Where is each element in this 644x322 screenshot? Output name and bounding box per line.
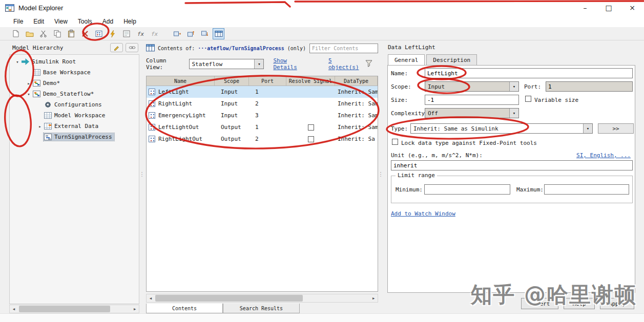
type-expand-button[interactable]: >> [598,123,634,134]
dialog-tab[interactable]: General [388,54,425,65]
scroll-left-icon[interactable]: ◀ [10,305,18,313]
tree-item[interactable]: Base Workspace [10,67,139,78]
scroll-left-icon[interactable]: ◀ [147,294,155,302]
paste-icon[interactable] [66,29,76,39]
copy-icon[interactable] [52,29,63,39]
row-name: EmergencyLight [158,112,206,119]
expand-icon[interactable]: ▾ [14,59,21,65]
unit-systems-link[interactable]: SI, English, ... [576,152,631,159]
size-field[interactable] [425,95,519,105]
maximum-field[interactable] [544,184,629,195]
tree-item[interactable]: ▸ Demo* [10,78,139,89]
cut-icon[interactable] [38,29,49,39]
function-call-icon[interactable]: fx [149,29,159,39]
table-row[interactable]: RightLight Input 2 Inherit: Sam [147,98,378,110]
contents-horizontal-scrollbar[interactable]: ◀ ▶ [146,294,378,303]
type-dropdown[interactable]: Inherit: Same as Simulink [410,123,593,134]
table-row[interactable]: LeftLight Input 1 Inherit: Sam [147,86,378,98]
data-object-icon [149,100,155,107]
tree-item[interactable]: Configurations [10,99,139,110]
column-view-dropdown[interactable]: Stateflow [189,59,264,69]
scope-dropdown[interactable]: Input [425,81,519,92]
data-dialog-panel: Data LeftLight GeneralDescription Name: … [383,42,636,313]
trace-selected-icon[interactable] [172,29,182,39]
scroll-right-icon[interactable]: ▶ [369,294,378,302]
show-details-link[interactable]: Show Details [273,57,313,71]
link-icon[interactable] [126,43,138,52]
column-view-icon[interactable] [213,29,224,39]
menu-item[interactable]: Edit [28,16,49,27]
lock-datatype-checkbox[interactable] [392,139,398,145]
panel-splitter[interactable]: ⋮ [140,42,143,307]
variable-size-checkbox[interactable] [525,96,531,102]
trace-down-icon[interactable] [199,29,210,39]
app-icon [5,4,14,12]
row-datatype: Inherit: Sam [335,89,378,95]
expand-icon[interactable]: ▸ [36,124,44,129]
column-header-port[interactable]: Port [249,76,286,85]
add-data-icon[interactable] [93,29,104,39]
resolve-signal-checkbox[interactable] [308,124,314,131]
name-field[interactable] [425,68,633,78]
panel-splitter[interactable]: ⋮ [379,42,382,307]
minimum-field[interactable] [424,184,510,195]
column-header-resolve-signal[interactable]: Resolve Signal [286,76,335,85]
menu-item[interactable]: File [8,16,28,27]
unit-field[interactable] [391,160,633,170]
edit-icon[interactable] [110,43,123,52]
tree-item[interactable]: ▾ Demo_Stateflow* [10,89,139,99]
data-object-icon [149,112,155,119]
model-hierarchy-tree: ▾ Simulink Root Base Workspace ▸ [9,54,139,304]
type-label: Type: [391,125,408,132]
resolve-signal-checkbox[interactable] [308,136,314,142]
table-row[interactable]: RightLightOut Output 2 Inherit: Sa [147,133,378,145]
filter-contents-input[interactable] [309,44,378,53]
svg-text:fx: fx [151,31,158,37]
hierarchy-horizontal-scrollbar[interactable]: ◀ ▶ [9,305,139,313]
maximize-button[interactable]: □ [597,0,620,15]
complexity-label: Complexity: [391,110,428,117]
dialog-tab[interactable]: Description [426,54,477,65]
add-event-icon[interactable] [107,29,118,39]
new-object-icon[interactable] [10,29,21,39]
delete-icon[interactable] [79,29,90,39]
column-header-name[interactable]: Name [147,76,215,85]
column-header-scope[interactable]: Scope [215,76,249,85]
row-datatype: Inherit: Sam [335,124,378,131]
scroll-right-icon[interactable]: ▶ [131,305,139,313]
menu-item[interactable]: Help [118,16,141,27]
port-field[interactable] [546,81,633,92]
name-label: Name: [391,70,408,77]
expand-icon[interactable]: ▾ [25,92,32,97]
trace-up-icon[interactable] [185,29,196,39]
data-object-icon [149,136,155,142]
tree-item[interactable]: TurnSignalProcess [10,132,139,142]
function-icon[interactable]: fx [135,29,146,39]
table-row[interactable]: LeftLightOut Output 1 Inherit: Sam [147,121,378,133]
dialog-pane-icon[interactable] [121,29,132,39]
menu-item[interactable]: View [49,16,73,27]
scrollbar-thumb[interactable] [155,295,303,302]
table-header: Name Scope Port Resolve Signal DataType [147,76,378,86]
table-row[interactable]: EmergencyLight Input 3 Inherit: Sam [147,110,378,121]
complexity-dropdown[interactable]: Off [425,108,519,118]
bottom-tab[interactable]: Contents [146,304,223,313]
tree-item[interactable]: ▾ Simulink Root [10,56,139,67]
column-header-datatype[interactable]: DataType [335,76,378,85]
filter-funnel-icon[interactable] [365,59,373,69]
expand-icon[interactable]: ▸ [25,81,32,86]
menu-item[interactable]: Tools [73,16,97,27]
tree-item[interactable]: ▸ External Data [10,121,139,132]
minimize-button[interactable]: – [573,0,597,15]
menu-item[interactable]: Add [97,16,118,27]
object-count-link[interactable]: 5 object(s) [328,57,365,71]
open-icon[interactable] [24,29,35,39]
bottom-tab[interactable]: Search Results [223,304,300,313]
add-to-watch-window-link[interactable]: Add to Watch Window [391,210,455,217]
row-datatype: Inherit: Sa [335,136,378,142]
tree-item[interactable]: Model Workspace [10,110,139,121]
row-scope: Output [215,136,249,142]
close-button[interactable]: × [620,0,644,15]
lock-datatype-label: Lock data type against Fixed-Point tools [401,140,537,146]
scrollbar-thumb[interactable] [19,306,110,312]
